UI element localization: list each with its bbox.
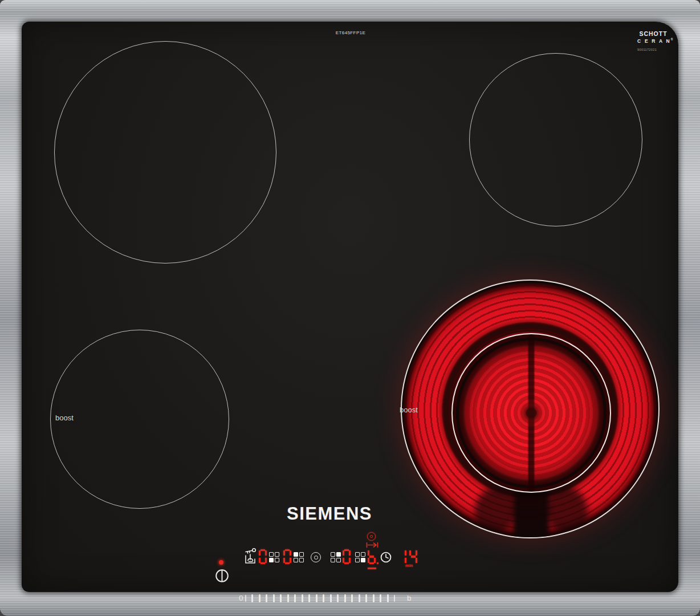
zone-grid-cell-bottom-right	[336, 558, 341, 562]
power-led	[219, 560, 223, 565]
timer-transfer-icon	[366, 542, 379, 548]
zone-select-front-right[interactable]	[355, 552, 365, 562]
power-level-slider[interactable]	[245, 593, 395, 603]
zone-grid-cell-top-left	[294, 552, 298, 557]
zone-select-back-left[interactable]	[294, 552, 304, 562]
zone-grid-cell-top-right	[336, 552, 341, 557]
slider-tick	[344, 594, 346, 602]
zone-grid-cell-bottom-left	[269, 558, 274, 562]
timer-display	[398, 549, 417, 564]
slider-tick	[308, 594, 310, 602]
zone-grid-cell-top-left	[331, 552, 335, 557]
slider-boost-label: b	[407, 594, 412, 602]
zone-grid-cell-bottom-right	[275, 558, 279, 562]
clock-icon	[380, 552, 392, 563]
zone-grid-cell-bottom-right	[299, 558, 304, 562]
siemens-hob-photo: { "hob": { "model_label": "ET645FFP1E", …	[0, 0, 700, 616]
power-icon	[215, 569, 229, 583]
slider-tick	[294, 594, 296, 602]
zone-select-front-left[interactable]	[269, 552, 279, 562]
zone-grid-cell-top-right	[299, 552, 304, 557]
slider-tick	[337, 594, 339, 602]
seven-segment-digit	[398, 549, 406, 564]
slider-tick	[316, 594, 318, 602]
slider-tick	[351, 594, 353, 602]
slider-tick	[365, 594, 367, 602]
slider-tick	[359, 594, 360, 602]
zone-grid-cell-bottom-right	[361, 558, 365, 562]
dual-zone-icon	[314, 556, 318, 560]
zone-display-back-right	[343, 549, 351, 564]
slider-tick	[380, 594, 381, 602]
zone-select-back-right[interactable]	[331, 552, 341, 562]
zone-grid-cell-bottom-left	[355, 558, 360, 562]
slider-tick	[302, 594, 303, 602]
slider-tick	[273, 594, 275, 602]
seven-segment-digit	[368, 549, 376, 564]
zone-display-front-right	[368, 549, 376, 564]
seven-segment-digit	[409, 549, 417, 564]
zone-grid-cell-top-right	[275, 552, 279, 557]
ceran-glass-surface: ET645FFP1E SCHOTT C E R A N® 9001172021 …	[22, 22, 678, 592]
slider-min-label: 0	[239, 594, 243, 602]
slider-tick	[330, 594, 332, 602]
zone-grid-cell-bottom-left	[331, 558, 335, 562]
slider-tick	[280, 594, 282, 602]
zone-grid-cell-top-right	[361, 552, 365, 557]
slider-tick	[373, 594, 375, 602]
slider-tick	[394, 595, 395, 602]
slider-tick	[245, 595, 246, 602]
seven-segment-digit	[343, 549, 351, 564]
zone-grid-cell-top-left	[355, 552, 360, 557]
boost-active-underline	[368, 568, 376, 569]
boost-label-front-left: boost	[55, 414, 74, 422]
seven-segment-digit	[283, 549, 291, 564]
zone-display-back-left	[283, 549, 291, 564]
display-decimal-dot	[377, 562, 379, 564]
zone-display-front-left	[259, 549, 267, 564]
dual-zone-active-indicator	[367, 532, 376, 541]
dual-zone-button[interactable]	[311, 552, 321, 562]
zone-grid-cell-bottom-left	[294, 558, 298, 562]
boost-label-front-right: boost	[400, 406, 418, 414]
power-button[interactable]	[215, 569, 229, 583]
touch-control-panel: min 0 b	[22, 22, 678, 592]
timer-transfer-indicator	[366, 542, 379, 548]
slider-tick	[259, 594, 261, 602]
seven-segment-digit	[259, 549, 267, 564]
slider-tick	[266, 594, 267, 602]
child-lock-button[interactable]	[243, 548, 257, 566]
zone-grid-cell-top-left	[269, 552, 274, 557]
slider-tick	[387, 594, 389, 602]
timer-button[interactable]	[380, 552, 392, 563]
slider-tick	[287, 594, 289, 602]
child-lock-icon	[243, 548, 257, 566]
slider-tick	[251, 594, 253, 602]
dual-zone-active-icon	[370, 535, 373, 538]
slider-tick	[323, 594, 324, 602]
